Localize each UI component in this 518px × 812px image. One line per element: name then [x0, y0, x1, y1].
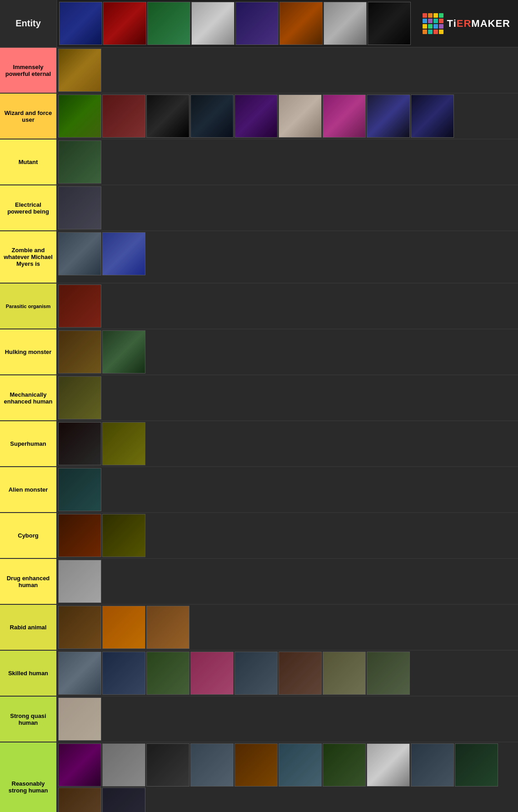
electrical-label: Electrical powered being: [0, 185, 57, 230]
char-predator[interactable]: [102, 330, 145, 374]
char-darth-maul[interactable]: [234, 95, 278, 138]
char-rabid1[interactable]: [58, 606, 101, 649]
char-scar[interactable]: [102, 606, 145, 649]
char-ghostface[interactable]: [367, 743, 410, 787]
char-hulk1[interactable]: [58, 330, 101, 374]
logo-grid: [423, 13, 443, 34]
char-yzma[interactable]: [323, 95, 366, 138]
logo-cell-4: [439, 13, 443, 18]
char-rsth3[interactable]: [146, 743, 189, 787]
char-rsth7[interactable]: [323, 743, 366, 787]
alien-monster-content: [57, 467, 518, 512]
tier-row-mechanical: Mechanically enhanced human: [0, 375, 518, 421]
char-skilled4[interactable]: [190, 652, 234, 695]
char-michael-myers[interactable]: [102, 232, 145, 275]
char-loki[interactable]: [58, 95, 101, 138]
strong-quasi-label: Strong quasi human: [0, 697, 57, 742]
tier-row-drug: Drug enhanced human: [0, 559, 518, 605]
char-dark1[interactable]: [147, 2, 190, 45]
char-rsth12[interactable]: [102, 787, 145, 812]
char-rsth11[interactable]: [58, 787, 101, 812]
char-quasi1[interactable]: [58, 697, 101, 741]
wizard-label: Wizard and force user: [0, 94, 57, 139]
char-super1[interactable]: [58, 422, 101, 465]
char-alien-mon[interactable]: [58, 468, 101, 511]
tier-row-hulking: Hulking monster: [0, 329, 518, 375]
tier-row-skilled: Skilled human: [0, 651, 518, 697]
char-rsth2[interactable]: [102, 743, 145, 787]
tier-row-cyborg: Cyborg: [0, 513, 518, 559]
logo-cell-10: [428, 24, 433, 29]
char-cyborg2[interactable]: [102, 514, 145, 557]
char-thanos[interactable]: [58, 49, 101, 92]
char-rsth5[interactable]: [234, 743, 278, 787]
electrical-content: [57, 185, 518, 230]
char-mummy[interactable]: [279, 2, 323, 45]
immense-content: [57, 48, 518, 93]
rabid-content: [57, 605, 518, 650]
char-electro[interactable]: [58, 186, 101, 229]
char-mutant1[interactable]: [58, 140, 101, 184]
char-rsth6[interactable]: [279, 743, 322, 787]
rabid-label: Rabid animal: [0, 605, 57, 650]
maker-part: MAKER: [471, 18, 510, 29]
char-voldemort[interactable]: [279, 95, 322, 138]
mutant-content: [57, 139, 518, 184]
char-super2[interactable]: [102, 422, 145, 465]
tier-row-electrical: Electrical powered being: [0, 185, 518, 231]
alien-monster-label: Alien monster: [0, 467, 57, 512]
logo-cell-14: [428, 30, 433, 34]
char-maleficent[interactable]: [411, 95, 454, 138]
zombie-content: [57, 231, 518, 283]
char-it2[interactable]: [235, 2, 279, 45]
skilled-content: [57, 651, 518, 696]
char-mech1[interactable]: [58, 376, 101, 419]
char-pennywise[interactable]: [191, 2, 234, 45]
tier-part: Ti: [447, 18, 457, 29]
mechanical-content: [57, 375, 518, 420]
char-cujo[interactable]: [146, 606, 189, 649]
strong-quasi-content: [57, 697, 518, 742]
hulking-content: [57, 329, 518, 374]
tier-row-mutant: Mutant: [0, 139, 518, 185]
char-hades[interactable]: [59, 2, 102, 45]
char-rsth9[interactable]: [411, 743, 454, 787]
char-joker-heath[interactable]: [58, 743, 101, 787]
logo-cell-8: [439, 19, 443, 23]
char-skilled5[interactable]: [234, 652, 278, 695]
char-parasite[interactable]: [58, 284, 101, 328]
char-skilled3[interactable]: [146, 652, 189, 695]
drug-content: [57, 559, 518, 604]
cyborg-content: [57, 513, 518, 558]
logo-cell-7: [433, 19, 438, 23]
hulking-label: Hulking monster: [0, 329, 57, 374]
tier-row-strong-quasi: Strong quasi human: [0, 697, 518, 742]
er-part: ER: [457, 18, 472, 29]
char-jason[interactable]: [58, 232, 101, 275]
char-rsth10[interactable]: [455, 743, 498, 787]
skilled-label: Skilled human: [0, 651, 57, 696]
logo-cell-6: [428, 19, 433, 23]
char-vader[interactable]: [146, 95, 189, 138]
char-skilled6[interactable]: [279, 652, 322, 695]
char-cyborg1[interactable]: [58, 514, 101, 557]
char-kylo[interactable]: [190, 95, 234, 138]
char-palpatine[interactable]: [102, 95, 145, 138]
char-ursula[interactable]: [367, 95, 410, 138]
char-freddy[interactable]: [324, 2, 367, 45]
char-rsth4[interactable]: [190, 743, 234, 787]
tier-row-parasitic: Parasitic organism: [0, 284, 518, 329]
entity-chars: [58, 1, 412, 46]
char-drug1[interactable]: [58, 560, 101, 603]
tier-row-rabid: Rabid animal: [0, 605, 518, 651]
char-shadow[interactable]: [368, 2, 411, 45]
char-skilled7[interactable]: [323, 652, 366, 695]
tier-row-reasonably: Reasonably strong human: [0, 742, 518, 812]
char-scary-red[interactable]: [103, 2, 146, 45]
char-hannibal[interactable]: [58, 652, 101, 695]
char-skilled2[interactable]: [102, 652, 145, 695]
zombie-label: Zombie and whatever Michael Myers is: [0, 231, 57, 283]
reasonably-label: Reasonably strong human: [0, 742, 57, 812]
wizard-content: [57, 94, 518, 139]
char-skilled8[interactable]: [367, 652, 410, 695]
